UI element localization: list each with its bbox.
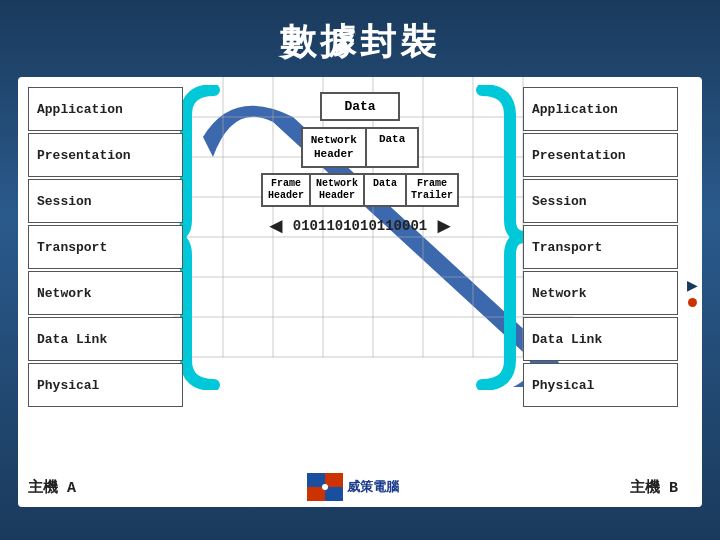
left-layer-datalink: Data Link — [28, 317, 183, 361]
host-a-label: 主機 A — [28, 478, 76, 497]
nav-dot — [688, 298, 697, 307]
right-layer-physical: Physical — [523, 363, 678, 407]
left-layer-presentation: Presentation — [28, 133, 183, 177]
right-layer-presentation: Presentation — [523, 133, 678, 177]
data-box-top: Data — [320, 92, 399, 121]
nh-data-box: Data — [365, 127, 419, 168]
right-layer-datalink: Data Link — [523, 317, 678, 361]
svg-rect-15 — [325, 473, 343, 487]
left-layers: Application Presentation Session Transpo… — [28, 87, 183, 407]
frame-row: FrameHeader NetworkHeader Data FrameTrai… — [230, 173, 490, 207]
nh-data-row: NetworkHeader Data — [230, 127, 490, 168]
right-layer-network: Network — [523, 271, 678, 315]
right-layer-application: Application — [523, 87, 678, 131]
left-layer-transport: Transport — [28, 225, 183, 269]
right-arrow-icon: ► — [433, 213, 455, 239]
frame-header-box: FrameHeader — [261, 173, 309, 207]
network-header-box: NetworkHeader — [301, 127, 365, 168]
bottom-labels: 主機 A 威策電腦 主機 B — [28, 473, 678, 501]
svg-rect-14 — [307, 473, 325, 487]
encap-diagram: Data NetworkHeader Data FrameHeader Netw… — [230, 92, 490, 239]
left-arrow-icon: ◄ — [265, 213, 287, 239]
logo-text: 威策電腦 — [347, 478, 399, 496]
nav-arrows[interactable]: ▶ — [687, 277, 698, 307]
data-top-row: Data — [230, 92, 490, 121]
left-layer-physical: Physical — [28, 363, 183, 407]
logo-icon — [307, 473, 343, 501]
main-area: Application Presentation Session Transpo… — [18, 77, 702, 507]
frame-nh-box: NetworkHeader — [309, 173, 363, 207]
svg-point-18 — [322, 484, 328, 490]
right-layers: Application Presentation Session Transpo… — [523, 87, 678, 407]
right-layer-session: Session — [523, 179, 678, 223]
host-b-label: 主機 B — [630, 478, 678, 497]
left-layer-session: Session — [28, 179, 183, 223]
nav-arrow-right-icon[interactable]: ▶ — [687, 277, 698, 293]
left-layer-network: Network — [28, 271, 183, 315]
svg-rect-17 — [325, 487, 343, 501]
logo-area: 威策電腦 — [307, 473, 399, 501]
binary-string: 0101101010110001 — [293, 218, 427, 234]
binary-row: ◄ 0101101010110001 ► — [230, 213, 490, 239]
svg-rect-16 — [307, 487, 325, 501]
frame-data-box: Data — [363, 173, 405, 207]
frame-trailer-box: FrameTrailer — [405, 173, 459, 207]
right-layer-transport: Transport — [523, 225, 678, 269]
left-layer-application: Application — [28, 87, 183, 131]
page-title: 數據封裝 — [0, 0, 720, 77]
